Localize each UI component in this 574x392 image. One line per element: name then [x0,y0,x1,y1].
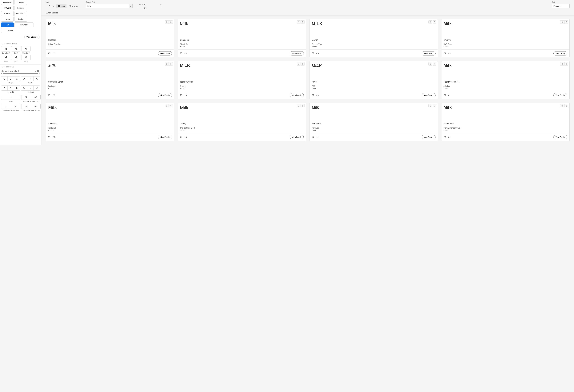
sample-text-input[interactable] [86,4,129,8]
slider-handle-max[interactable] [38,73,40,75]
thumbs-down-icon[interactable] [169,62,173,66]
tag-rounded[interactable]: Rounded [15,6,27,10]
code-icon[interactable] [316,52,319,55]
font-name[interactable]: Chaloops [180,39,304,41]
properties-header[interactable]: ⌄ PROPERTIES [0,64,41,69]
thumbs-up-icon[interactable] [165,104,169,107]
font-name[interactable]: Nove [312,81,435,83]
prop-cell[interactable]: a [11,104,20,109]
tag-cursive[interactable]: Cursive [1,11,14,16]
classification-box[interactable]: M [21,55,31,60]
tag-art-deco[interactable]: ART DECO [15,11,27,16]
prop-cell[interactable]: A [21,76,27,81]
slider-handle-min[interactable] [1,73,3,75]
thumbs-up-icon[interactable] [165,20,169,24]
tag-rough[interactable]: ROUGH [1,6,14,10]
thumbs-down-icon[interactable] [301,104,305,107]
tag-fun[interactable]: Fun [1,22,14,27]
prop-cell[interactable]: A [34,76,40,81]
prop-cell[interactable]: O [27,86,34,90]
font-foundry[interactable]: OH no Type Co. [48,43,172,45]
favorite-icon[interactable] [444,94,446,96]
favorite-icon[interactable] [312,52,314,55]
view-family-button[interactable]: View Family [422,93,435,97]
favorite-icon[interactable] [444,136,446,138]
font-name[interactable]: Bombarda [312,122,435,125]
thumbs-up-icon[interactable] [297,62,301,66]
prop-cell[interactable]: h [1,86,8,90]
view-family-button[interactable]: View Family [290,51,304,56]
thumbs-down-icon[interactable] [301,20,305,24]
code-icon[interactable] [448,52,451,55]
font-foundry[interactable]: Mark Simonson Studio [444,127,567,129]
thumbs-up-icon[interactable] [297,104,301,107]
tag-funky[interactable]: Funky [15,17,27,22]
view-images-button[interactable]: Images [67,4,80,8]
thumbs-up-icon[interactable] [429,104,432,107]
font-name[interactable]: Ruddy [180,122,304,125]
prop-cell[interactable]: G [1,76,8,81]
view-grid-button[interactable]: Grid [56,4,66,8]
font-name[interactable]: Totally Glyphic [180,81,304,83]
code-icon[interactable] [448,136,451,138]
prop-cell[interactable]: 246 [31,104,41,109]
classification-box[interactable]: M [21,46,31,52]
sample-text-dropdown[interactable]: ⌄ [129,4,133,8]
thumbs-down-icon[interactable] [432,20,436,24]
code-icon[interactable] [184,136,187,138]
font-foundry[interactable]: HVD Fonts [444,43,567,45]
prop-cell[interactable]: O [34,86,40,90]
classification-box[interactable]: M [1,55,10,60]
thumbs-down-icon[interactable] [169,20,173,24]
code-icon[interactable] [53,136,55,138]
favorite-icon[interactable] [180,94,182,96]
font-foundry[interactable]: Jukebox [444,85,567,87]
view-more-button[interactable]: View 12 more [24,35,40,39]
font-name[interactable]: Embryo [444,39,567,41]
text-size-handle[interactable] [144,7,146,9]
code-icon[interactable] [53,52,55,55]
font-foundry[interactable]: Emigre [180,85,304,87]
code-icon[interactable] [184,52,187,55]
prop-cell[interactable]: h [8,86,14,90]
classification-header[interactable]: ⌄ CLASSIFICATION [0,41,41,46]
tag-luxury[interactable]: Luxury [1,17,14,22]
favorite-icon[interactable] [444,52,446,55]
favorite-icon[interactable] [48,52,50,55]
prop-cell[interactable]: 246 [21,104,31,109]
classification-box[interactable]: M [1,46,10,52]
view-family-button[interactable]: View Family [158,93,172,97]
favorite-icon[interactable] [48,94,50,96]
view-family-button[interactable]: View Family [158,51,172,56]
view-family-button[interactable]: View Family [158,135,172,139]
code-icon[interactable] [316,94,319,96]
font-name[interactable]: Sharktooth [444,122,567,125]
sort-select[interactable]: Featured [552,4,570,8]
favorite-icon[interactable] [180,136,182,138]
view-family-button[interactable]: View Family [290,135,304,139]
thumbs-up-icon[interactable] [297,20,301,24]
tag-friendly[interactable]: Friendly [15,0,27,5]
font-foundry[interactable]: FSD [312,85,435,87]
view-family-button[interactable]: View Family [554,93,567,97]
font-name[interactable]: Marvin [312,39,435,41]
thumbs-down-icon[interactable] [301,62,305,66]
view-family-button[interactable]: View Family [554,51,567,56]
prop-cell[interactable]: G [8,76,14,81]
code-icon[interactable] [448,94,451,96]
prop-cell[interactable]: G [14,76,20,81]
thumbs-down-icon[interactable] [564,62,568,66]
favorite-icon[interactable] [180,52,182,55]
view-family-button[interactable]: View Family [422,135,435,139]
view-family-button[interactable]: View Family [290,93,304,97]
thumbs-down-icon[interactable] [564,20,568,24]
prop-cell[interactable]: O [21,86,27,90]
code-icon[interactable] [316,136,319,138]
view-list-button[interactable]: List [46,4,56,8]
thumbs-down-icon[interactable] [169,104,173,107]
font-foundry[interactable]: The Northern Block [180,127,304,129]
thumbs-down-icon[interactable] [564,104,568,107]
tag-marker[interactable]: Marker [1,28,20,33]
font-foundry[interactable]: Paratype [312,127,435,129]
prop-cell[interactable]: i [1,95,20,100]
